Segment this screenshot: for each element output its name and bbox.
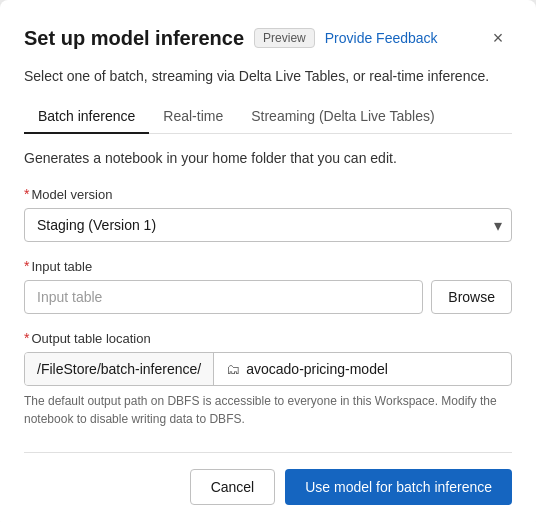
output-path-row: /FileStore/batch-inference/ 🗂 avocado-pr… [24, 352, 512, 386]
output-path-left: /FileStore/batch-inference/ [25, 353, 214, 385]
required-star-output: * [24, 330, 29, 346]
input-table-row: Browse [24, 280, 512, 314]
output-table-label: * Output table location [24, 330, 512, 346]
input-table-label: * Input table [24, 258, 512, 274]
feedback-link[interactable]: Provide Feedback [325, 30, 438, 46]
modal-footer: Cancel Use model for batch inference [24, 452, 512, 505]
modal: Set up model inference Preview Provide F… [0, 0, 536, 522]
subtitle: Select one of batch, streaming via Delta… [24, 68, 512, 84]
modal-header: Set up model inference Preview Provide F… [24, 24, 512, 52]
preview-badge: Preview [254, 28, 315, 48]
required-star-model: * [24, 186, 29, 202]
output-table-group: * Output table location /FileStore/batch… [24, 330, 512, 428]
model-version-select-wrapper: Staging (Version 1) Production (Version … [24, 208, 512, 242]
model-version-select[interactable]: Staging (Version 1) Production (Version … [24, 208, 512, 242]
tabs: Batch inference Real-time Streaming (Del… [24, 100, 512, 134]
close-button[interactable]: × [484, 24, 512, 52]
cancel-button[interactable]: Cancel [190, 469, 276, 505]
output-help-text: The default output path on DBFS is acces… [24, 392, 512, 428]
required-star-input: * [24, 258, 29, 274]
model-version-label: * Model version [24, 186, 512, 202]
modal-title: Set up model inference [24, 27, 244, 50]
tab-real-time[interactable]: Real-time [149, 100, 237, 134]
tab-batch-inference[interactable]: Batch inference [24, 100, 149, 134]
tab-description: Generates a notebook in your home folder… [24, 150, 512, 166]
input-table-field[interactable] [24, 280, 423, 314]
model-version-group: * Model version Staging (Version 1) Prod… [24, 186, 512, 242]
tab-streaming[interactable]: Streaming (Delta Live Tables) [237, 100, 448, 134]
output-path-right: 🗂 avocado-pricing-model [214, 353, 511, 385]
submit-button[interactable]: Use model for batch inference [285, 469, 512, 505]
folder-icon: 🗂 [226, 361, 240, 377]
browse-button[interactable]: Browse [431, 280, 512, 314]
output-model-name: avocado-pricing-model [246, 361, 388, 377]
input-table-group: * Input table Browse [24, 258, 512, 314]
